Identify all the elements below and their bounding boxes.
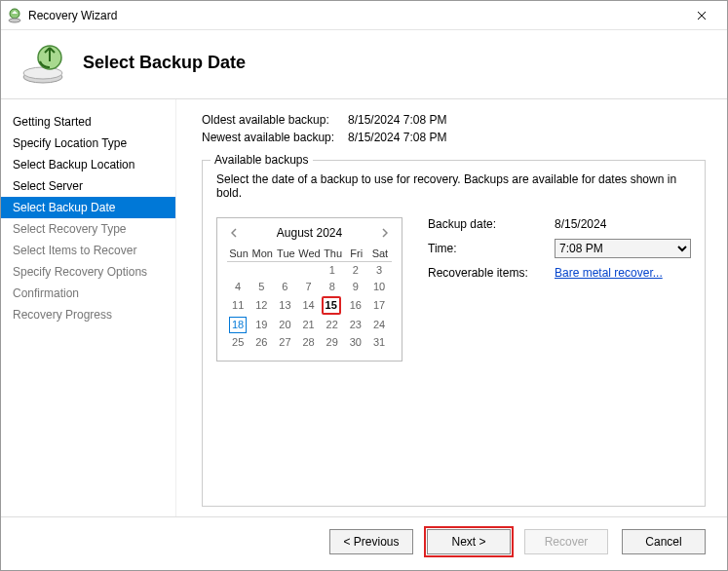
header: Select Backup Date [1, 30, 727, 98]
calendar-day[interactable]: 22 [322, 316, 345, 334]
newest-backup-row: Newest available backup: 8/15/2024 7:08 … [202, 131, 706, 144]
calendar-day [250, 262, 274, 280]
newest-backup-label: Newest available backup: [202, 131, 348, 144]
calendar-dow: Thu [322, 246, 345, 262]
calendar-day[interactable]: 13 [274, 295, 297, 316]
calendar-dow: Fri [345, 246, 368, 262]
calendar-day[interactable]: 16 [345, 295, 368, 316]
calendar-day[interactable]: 6 [274, 279, 297, 295]
recover-button: Recover [524, 529, 608, 554]
recovery-wizard-window: Recovery Wizard Select Backup Date Getti… [0, 0, 728, 571]
newest-backup-value: 8/15/2024 7:08 PM [348, 131, 446, 144]
available-backups-legend: Available backups [211, 153, 313, 167]
calendar-day[interactable]: 25 [227, 334, 250, 351]
calendar-day[interactable]: 9 [345, 279, 368, 295]
calendar-body: 1234567891011121314151617181920212223242… [227, 262, 392, 352]
available-backups-hint: Select the date of a backup to use for r… [216, 172, 691, 200]
backup-time-select[interactable]: 7:08 PM [555, 239, 691, 258]
calendar-day[interactable]: 28 [297, 334, 321, 351]
body: Getting StartedSpecify Location TypeSele… [1, 99, 727, 516]
app-icon [7, 8, 22, 23]
oldest-backup-label: Oldest available backup: [202, 113, 348, 127]
calendar-day[interactable]: 31 [368, 334, 392, 351]
backup-time-label: Time: [428, 242, 555, 255]
calendar-day[interactable]: 2 [345, 262, 368, 280]
svg-point-1 [9, 19, 20, 22]
calendar-dow: Mon [250, 246, 274, 262]
calendar-dow: Sat [368, 246, 392, 262]
calendar-grid: SunMonTueWedThuFriSat 123456789101112131… [227, 246, 392, 351]
page-title: Select Backup Date [83, 53, 246, 73]
sidebar-step-6: Select Items to Recover [1, 240, 175, 261]
calendar-day[interactable]: 18 [227, 316, 250, 334]
calendar-day[interactable]: 7 [297, 279, 321, 295]
calendar-prev-month[interactable] [227, 226, 241, 240]
calendar-day[interactable]: 11 [227, 295, 250, 316]
calendar-day[interactable]: 21 [297, 316, 321, 334]
sidebar-step-2[interactable]: Select Backup Location [1, 154, 175, 175]
footer: < Previous Next > Recover Cancel [1, 516, 727, 570]
calendar-next-month[interactable] [378, 226, 392, 240]
recoverable-items-link[interactable]: Bare metal recover... [555, 266, 663, 280]
calendar-day [297, 262, 321, 280]
calendar-day[interactable]: 17 [368, 295, 392, 316]
calendar-day[interactable]: 29 [322, 334, 345, 351]
calendar-day[interactable]: 10 [368, 279, 392, 295]
sidebar-step-8: Confirmation [1, 283, 175, 304]
calendar-day[interactable]: 5 [250, 279, 274, 295]
sidebar-step-9: Recovery Progress [1, 304, 175, 325]
calendar-day[interactable]: 14 [297, 295, 321, 316]
calendar-dow: Sun [227, 246, 250, 262]
calendar-day[interactable]: 20 [274, 316, 297, 334]
calendar-dow: Tue [274, 246, 297, 262]
recoverable-items-label: Recoverable items: [428, 266, 555, 280]
calendar[interactable]: August 2024 SunMonTueWedThuFriSat 123456… [216, 217, 402, 362]
calendar-day[interactable]: 1 [322, 262, 345, 280]
calendar-day[interactable]: 23 [345, 316, 368, 334]
sidebar-step-3[interactable]: Select Server [1, 175, 175, 197]
sidebar-step-1[interactable]: Specify Location Type [1, 133, 175, 154]
calendar-day[interactable]: 3 [368, 262, 392, 280]
sidebar-step-5: Select Recovery Type [1, 218, 175, 240]
wizard-icon [20, 40, 65, 85]
calendar-day[interactable]: 12 [250, 295, 274, 316]
calendar-day [274, 262, 297, 280]
calendar-day[interactable]: 4 [227, 279, 250, 295]
backup-details: Backup date: 8/15/2024 Time: 7:08 PM [428, 217, 691, 362]
calendar-day[interactable]: 15 [322, 295, 345, 316]
cancel-button[interactable]: Cancel [622, 529, 706, 554]
window-title: Recovery Wizard [28, 9, 682, 22]
calendar-dow-row: SunMonTueWedThuFriSat [227, 246, 392, 262]
main: Oldest available backup: 8/15/2024 7:08 … [176, 99, 727, 516]
calendar-dow: Wed [297, 246, 321, 262]
backup-date-label: Backup date: [428, 217, 555, 231]
sidebar-step-4: Select Backup Date [1, 197, 175, 218]
calendar-day[interactable]: 30 [345, 334, 368, 351]
sidebar: Getting StartedSpecify Location TypeSele… [1, 99, 176, 516]
oldest-backup-row: Oldest available backup: 8/15/2024 7:08 … [202, 113, 706, 127]
calendar-day [227, 262, 250, 280]
available-backups-group: Available backups Select the date of a b… [202, 160, 706, 507]
calendar-day[interactable]: 24 [368, 316, 392, 334]
svg-point-3 [23, 67, 62, 79]
oldest-backup-value: 8/15/2024 7:08 PM [348, 113, 446, 127]
close-button[interactable] [682, 2, 721, 29]
sidebar-step-7: Specify Recovery Options [1, 261, 175, 283]
backup-date-value: 8/15/2024 [555, 217, 691, 231]
calendar-day[interactable]: 19 [250, 316, 274, 334]
calendar-day[interactable]: 27 [274, 334, 297, 351]
next-button[interactable]: Next > [427, 529, 511, 554]
calendar-day[interactable]: 8 [322, 279, 345, 295]
previous-button[interactable]: < Previous [329, 529, 413, 554]
titlebar: Recovery Wizard [1, 1, 727, 30]
calendar-month-label: August 2024 [277, 226, 342, 240]
calendar-day[interactable]: 26 [250, 334, 274, 351]
sidebar-step-0[interactable]: Getting Started [1, 111, 175, 133]
